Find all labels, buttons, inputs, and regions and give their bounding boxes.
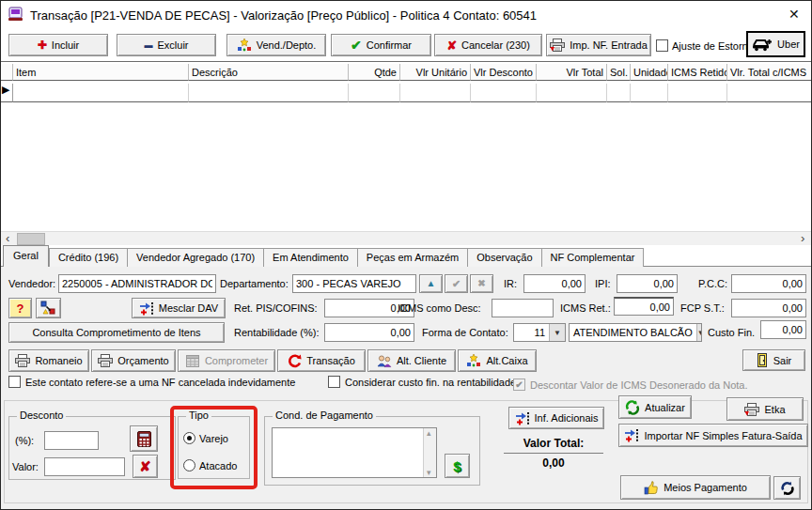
- help-button[interactable]: ?: [8, 298, 32, 318]
- grid-col-item[interactable]: Item: [13, 64, 189, 81]
- close-icon[interactable]: ✕: [789, 7, 800, 22]
- imp-nf-label: Imp. NF. Entrada: [570, 39, 648, 51]
- desconto-legend: Desconto: [17, 410, 66, 421]
- tab-observacao[interactable]: Observação: [468, 248, 541, 267]
- vend-depto-button[interactable]: Vend./Depto.: [226, 34, 326, 56]
- desconto-valor-input[interactable]: [44, 457, 125, 476]
- icms-desc-input[interactable]: [492, 299, 554, 317]
- cond-pagamento-textarea[interactable]: ▴ ▾: [272, 427, 437, 478]
- mesclar-dav-button[interactable]: Mesclar DAV: [132, 298, 226, 318]
- grid-cell[interactable]: [668, 84, 727, 102]
- forma-contato-value: ATENDIMENTO BALCÃO: [570, 327, 696, 338]
- payment-dollar-button[interactable]: $: [445, 454, 470, 478]
- scroll-down-icon[interactable]: ▾: [427, 468, 431, 477]
- tab-credito[interactable]: Crédito (196): [49, 248, 128, 267]
- incluir-label: Incluir: [52, 39, 79, 51]
- grid-col-unidade[interactable]: Unidade: [631, 64, 668, 81]
- atualizar-button[interactable]: Atualizar: [618, 395, 692, 419]
- romaneio-button[interactable]: Romaneio: [8, 349, 89, 372]
- alt-caixa-button[interactable]: Alt.Caixa: [458, 349, 537, 372]
- org-chart-button[interactable]: [36, 298, 61, 318]
- items-grid: Item Descrição Qtde Vlr Unitário Vlr Des…: [1, 61, 811, 231]
- clear-desconto-button[interactable]: ✘: [133, 455, 158, 478]
- importar-nf-button[interactable]: Importar NF Simples Fatura-Saída: [618, 424, 808, 447]
- custo-fin-input[interactable]: [760, 320, 806, 339]
- meios-pagamento-button[interactable]: Meios Pagamento: [620, 475, 771, 500]
- transacao-button[interactable]: Transação: [277, 349, 366, 372]
- grid-cell[interactable]: [537, 84, 607, 102]
- forma-contato-code-select[interactable]: 11 ▼: [513, 323, 566, 342]
- grid-header: Item Descrição Qtde Vlr Unitário Vlr Des…: [1, 64, 811, 81]
- grid-cell[interactable]: [727, 84, 811, 102]
- consulta-comprometimento-button[interactable]: Consulta Comprometimento de Itens: [8, 322, 225, 343]
- grid-cell[interactable]: [631, 84, 668, 102]
- scroll-up-icon[interactable]: ▴: [427, 428, 431, 438]
- grid-col-sol[interactable]: Sol.: [607, 64, 631, 81]
- grid-col-icms-retido[interactable]: ICMS Retido: [668, 64, 727, 81]
- rentabilidade-input[interactable]: [324, 323, 414, 342]
- grid-col-vlr-unitario[interactable]: Vlr Unitário: [400, 64, 471, 81]
- transaction-window: Transação [P21-VENDA DE PECAS] - Valoriz…: [0, 0, 812, 510]
- orcamento-button[interactable]: Orçamento: [91, 349, 176, 372]
- fcp-label: FCP S.T.:: [680, 302, 725, 314]
- dropdown-icon[interactable]: ▼: [696, 324, 702, 341]
- ret-pis-label: Ret. PIS/COFINS:: [234, 302, 318, 314]
- department-confirm-button[interactable]: ✔: [445, 274, 468, 293]
- tab-pecas-armazem[interactable]: Peças em Armazém: [358, 248, 468, 267]
- incluir-button[interactable]: ✚ Incluir: [8, 34, 108, 56]
- tab-vendedor-agregado[interactable]: Vendedor Agregado (170): [128, 248, 264, 267]
- grid-col-vlr-desconto[interactable]: Vlr Desconto: [471, 64, 537, 81]
- grid-cell[interactable]: [349, 84, 400, 102]
- scroll-right-icon[interactable]: ›: [801, 231, 804, 245]
- printer-arrow-icon: [550, 39, 565, 52]
- etka-label: Etka: [764, 404, 785, 415]
- grid-col-vlr-total-icms[interactable]: Vlr. Total c/ICMS: [727, 64, 811, 81]
- confirmar-button[interactable]: ✔ Confirmar: [331, 34, 431, 56]
- tipo-highlight: [170, 406, 258, 489]
- icms-ret-input[interactable]: [614, 297, 674, 316]
- textarea-scrollbar[interactable]: ▴ ▾: [423, 428, 436, 477]
- tab-geral[interactable]: Geral: [3, 245, 49, 267]
- grid-cell[interactable]: [607, 84, 631, 102]
- pcc-input[interactable]: [731, 274, 806, 293]
- grid-col-descricao[interactable]: Descrição: [189, 64, 349, 81]
- grid-cell[interactable]: [400, 84, 471, 102]
- app-icon: [8, 7, 24, 22]
- grid-hscrollbar[interactable]: ‹ ›: [1, 231, 811, 245]
- grid-col-qtde[interactable]: Qtde: [349, 64, 400, 81]
- dropdown-icon[interactable]: ▼: [549, 324, 565, 341]
- uber-button[interactable]: Uber: [746, 31, 805, 57]
- alt-cliente-button[interactable]: Alt. Cliente: [367, 349, 456, 372]
- department-cancel-button[interactable]: ✖: [470, 274, 493, 293]
- ipi-input[interactable]: [617, 274, 678, 293]
- fcp-input[interactable]: [731, 299, 806, 317]
- etka-button[interactable]: Etka: [726, 397, 804, 421]
- desconto-pct-input[interactable]: [44, 431, 99, 450]
- cancelar-button[interactable]: ✘ Cancelar (230): [434, 34, 542, 56]
- ir-input[interactable]: [523, 274, 586, 293]
- grid-cell[interactable]: [13, 84, 189, 102]
- grid-cell[interactable]: [189, 84, 349, 102]
- sync-button[interactable]: [773, 476, 801, 500]
- scrollbar-thumb[interactable]: [17, 233, 45, 245]
- excluir-button[interactable]: ▬ Excluir: [117, 34, 216, 56]
- scroll-left-icon[interactable]: ‹: [6, 231, 9, 245]
- custo-fin-checkbox[interactable]: [328, 376, 340, 388]
- grid-row[interactable]: ▶: [1, 84, 811, 102]
- tab-nf-complementar[interactable]: NF Complementar: [542, 248, 645, 267]
- inf-adicionais-button[interactable]: Inf. Adicionais: [508, 407, 604, 429]
- tab-em-atendimento[interactable]: Em Atendimento: [264, 248, 358, 267]
- vendedor-input[interactable]: [58, 274, 216, 293]
- ajuste-estorno-checkbox[interactable]: [656, 39, 668, 52]
- nf-cancelada-checkbox[interactable]: [8, 376, 21, 388]
- forma-contato-select[interactable]: ATENDIMENTO BALCÃO ▼: [569, 323, 702, 342]
- calculator-button[interactable]: [130, 425, 158, 452]
- department-up-button[interactable]: ▲: [419, 274, 443, 293]
- grid-cell[interactable]: [471, 84, 537, 102]
- grid-col-vlr-total[interactable]: Vlr Total: [537, 64, 607, 81]
- sair-button[interactable]: Sair: [742, 349, 805, 371]
- departamento-input[interactable]: [292, 274, 416, 293]
- small-check-icon: ✔: [452, 279, 461, 289]
- imp-nf-entrada-button[interactable]: Imp. NF. Entrada: [546, 34, 651, 56]
- sync-icon: [780, 481, 795, 496]
